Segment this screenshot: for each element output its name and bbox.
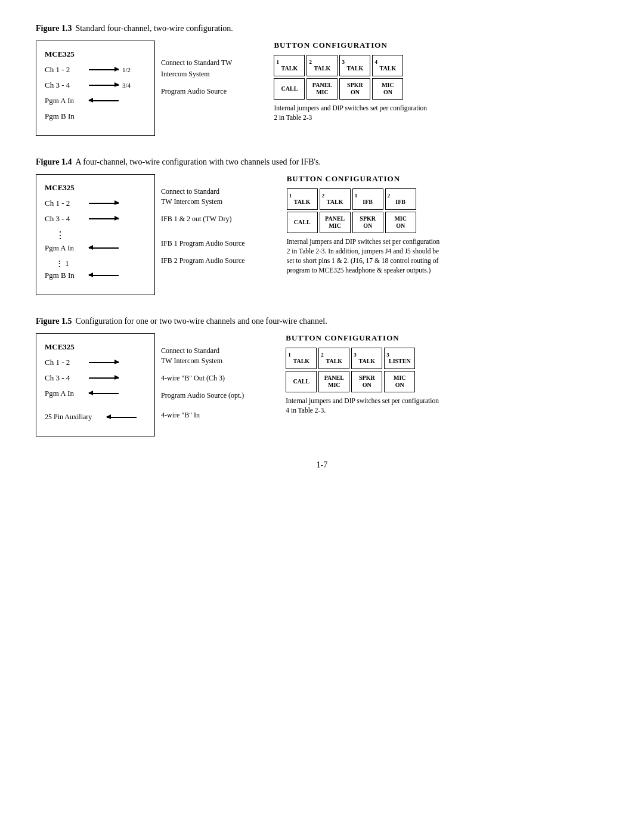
figure-1-4: Figure 1.4 A four-channel, two-wire conf…	[36, 157, 608, 295]
arrow-left-pgma-3	[89, 393, 119, 394]
btn-row-2-2: CALL PANEL MIC SPKR ON MIC ON	[287, 212, 442, 233]
mce-row-ch3-4-3: Ch 3 - 4	[45, 373, 144, 383]
btn-3-3-talk: 3 TALK	[351, 348, 382, 369]
btn-config-1: BUTTON CONFIGURATION 1 TALK 2 TALK 3 TAL…	[274, 41, 429, 122]
figure-1-4-label: Figure 1.4	[36, 157, 72, 167]
btn-call-3: CALL	[286, 371, 317, 392]
mce-title-3: MCE325	[45, 342, 144, 352]
figure-1-5-content: MCE325 Ch 1 - 2 Ch 3 - 4 Pgm A In 25 Pin…	[36, 333, 608, 436]
btn-mic-on-1: MIC ON	[372, 78, 403, 100]
mce-row-ch1-2: Ch 1 - 2 1/2	[45, 65, 144, 75]
mce-title-1: MCE325	[45, 49, 144, 59]
figure-1-4-caption: Figure 1.4 A four-channel, two-wire conf…	[36, 157, 608, 167]
btn-note-3: Internal jumpers and DIP switches set pe…	[286, 396, 441, 415]
mce-title-2: MCE325	[45, 183, 144, 193]
btn-spkr-on-2: SPKR ON	[352, 212, 383, 233]
figure-1-3-title: Standard four-channel, two-wire configur…	[75, 24, 233, 33]
btn-3-2-talk: 2 TALK	[318, 348, 349, 369]
btn-2-1-ifb: 1 IFB	[352, 188, 383, 210]
btn-2-2-talk: 2 TALK	[320, 188, 351, 210]
btn-note-2: Internal jumpers and DIP switches set pe…	[287, 237, 442, 275]
figure-1-5-label: Figure 1.5	[36, 317, 72, 326]
arrow-right-ch34	[89, 85, 119, 86]
mce-row-pgma-3: Pgm A In	[45, 389, 144, 398]
btn-config-title-2: BUTTON CONFIGURATION	[287, 174, 442, 184]
figure-1-5: Figure 1.5 Configuration for one or two …	[36, 317, 608, 436]
page-number: 1-7	[36, 460, 608, 470]
btn-3-1-talk: 1 TALK	[286, 348, 317, 369]
btn-note-1: Internal jumpers and DIP switches set pe…	[274, 103, 429, 122]
btn-call-2: CALL	[287, 212, 318, 233]
conn-labels-3: Connect to Standard TW Intercom System 4…	[161, 333, 244, 420]
conn-labels-2: Connect to Standard TW Intercom System I…	[161, 174, 245, 265]
btn-panel-mic-2: PANEL MIC	[320, 212, 351, 233]
btn-config-title-1: BUTTON CONFIGURATION	[274, 41, 429, 50]
figure-1-3-caption: Figure 1.3 Standard four-channel, two-wi…	[36, 24, 608, 33]
arrow-right-ch12	[89, 69, 119, 70]
btn-mic-on-3: MIC ON	[384, 371, 415, 392]
figure-1-5-title: Configuration for one or two two-wire ch…	[75, 317, 327, 326]
arrow-right-ch12-3	[89, 362, 119, 363]
btn-row-1-2: CALL PANEL MIC SPKR ON MIC ON	[274, 78, 429, 100]
btn-spkr-on-1: SPKR ON	[339, 78, 370, 100]
btn-panel-mic-3: PANEL MIC	[318, 371, 349, 392]
arrow-left-pgma	[89, 100, 119, 101]
mce-box-3: MCE325 Ch 1 - 2 Ch 3 - 4 Pgm A In 25 Pin…	[36, 333, 155, 436]
btn-config-3: BUTTON CONFIGURATION 1 TALK 2 TALK 3 TAL…	[286, 333, 441, 415]
figure-1-4-content: MCE325 Ch 1 - 2 Ch 3 - 4 ⋮ Pgm A In ⋮ 1	[36, 174, 608, 295]
btn-spkr-on-3: SPKR ON	[351, 371, 382, 392]
btn-row-1-1: 1 TALK 2 TALK 3 TALK 4 TALK	[274, 55, 429, 76]
mce-row-ch3-4-2: Ch 3 - 4	[45, 214, 144, 224]
mce-row-pgma: Pgm A In	[45, 96, 144, 106]
btn-2-2-ifb: 2 IFB	[385, 188, 416, 210]
mce-row-ch1-2-2: Ch 1 - 2	[45, 199, 144, 208]
mce-row-25pin-3: 25 Pin Auxiliary	[45, 413, 144, 422]
btn-call-1: CALL	[274, 78, 305, 100]
btn-row-3-2: CALL PANEL MIC SPKR ON MIC ON	[286, 371, 441, 392]
arrow-right-ch12-2	[89, 203, 119, 204]
arrow-left-pgmb-2	[89, 275, 119, 276]
mce-row-ch3-4: Ch 3 - 4 3/4	[45, 80, 144, 90]
btn-config-2: BUTTON CONFIGURATION 1 TALK 2 TALK 1 IFB…	[287, 174, 442, 275]
btn-1-talk: 1 TALK	[274, 55, 305, 76]
arrow-right-ch34-2	[89, 218, 119, 219]
mce-box-1: MCE325 Ch 1 - 2 1/2 Ch 3 - 4 3/4 Pgm A I…	[36, 41, 155, 136]
btn-4-talk: 4 TALK	[372, 55, 403, 76]
mce-row-pgmb: Pgm B In	[45, 112, 144, 121]
figure-1-3-content: MCE325 Ch 1 - 2 1/2 Ch 3 - 4 3/4 Pgm A I…	[36, 41, 608, 136]
btn-panel-mic-1: PANEL MIC	[306, 78, 338, 100]
arrow-right-ch34-3	[89, 377, 119, 379]
mce-row-pgmb-2: Pgm B In	[45, 271, 144, 280]
figure-1-4-title: A four-channel, two-wire configuration w…	[75, 157, 321, 167]
arrow-left-pgma-2	[89, 247, 119, 249]
figure-1-5-caption: Figure 1.5 Configuration for one or two …	[36, 317, 608, 326]
figure-1-3: Figure 1.3 Standard four-channel, two-wi…	[36, 24, 608, 136]
btn-row-3-1: 1 TALK 2 TALK 3 TALK 3 LISTEN	[286, 348, 441, 369]
figure-1-3-label: Figure 1.3	[36, 24, 72, 33]
conn-labels-1: Connect to Standard TW Intercom System P…	[161, 41, 232, 96]
btn-config-title-3: BUTTON CONFIGURATION	[286, 333, 441, 343]
btn-2-1-talk: 1 TALK	[287, 188, 318, 210]
btn-2-talk: 2 TALK	[306, 55, 338, 76]
btn-3-3-listen: 3 LISTEN	[384, 348, 415, 369]
btn-row-2-1: 1 TALK 2 TALK 1 IFB 2 IFB	[287, 188, 442, 210]
btn-3-talk: 3 TALK	[339, 55, 370, 76]
btn-mic-on-2: MIC ON	[385, 212, 416, 233]
arrow-left-25pin-3	[107, 417, 137, 418]
mce-row-pgma-2: Pgm A In	[45, 243, 144, 253]
mce-box-2: MCE325 Ch 1 - 2 Ch 3 - 4 ⋮ Pgm A In ⋮ 1	[36, 174, 155, 295]
mce-row-ch1-2-3: Ch 1 - 2	[45, 358, 144, 367]
